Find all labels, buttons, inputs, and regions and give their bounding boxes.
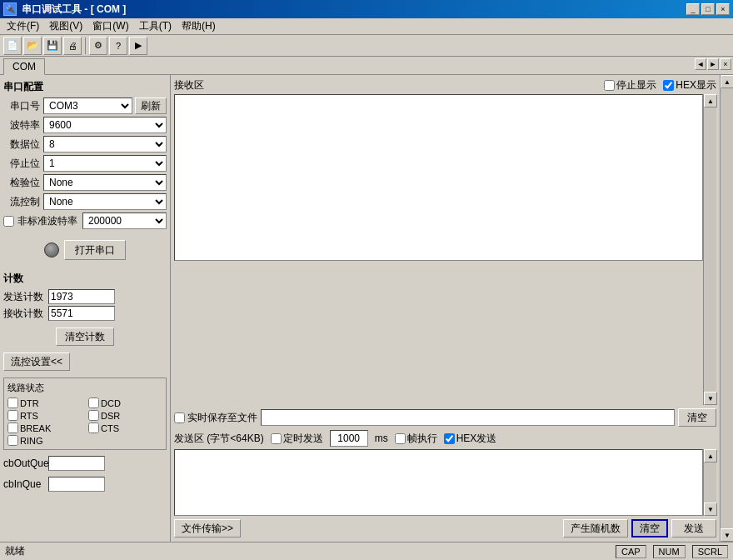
cbout-input[interactable] — [48, 456, 105, 471]
dtr-checkbox[interactable] — [7, 398, 18, 408]
rts-row: RTS — [7, 410, 82, 421]
toolbar: 📄 📂 💾 🖨 ⚙ ? ▶ — [0, 35, 733, 57]
minimize-button[interactable]: _ — [686, 3, 700, 15]
maximize-button[interactable]: □ — [701, 3, 715, 15]
recv-count-input[interactable] — [48, 306, 115, 321]
line-status-section: 线路状态 DTR DCD RTS DSR — [3, 378, 167, 450]
line-status-grid: DTR DCD RTS DSR BREAK — [7, 398, 162, 446]
parity-select[interactable]: None Even Odd — [43, 174, 167, 191]
count-section: 计数 发送计数 接收计数 清空计数 — [3, 272, 167, 346]
break-label: BREAK — [20, 423, 51, 433]
send-button[interactable]: 发送 — [671, 519, 716, 538]
cbin-row: cbInQue — [3, 477, 167, 492]
nonstandard-row: 非标准波特率 200000 — [3, 212, 167, 229]
toolbar-new-btn[interactable]: 📄 — [3, 37, 22, 55]
menu-item-help[interactable]: 帮助(H) — [177, 18, 221, 35]
cbin-input[interactable] — [48, 477, 105, 492]
timer-send-checkbox[interactable] — [271, 433, 282, 444]
frame-checkbox[interactable] — [395, 433, 406, 444]
main-scroll-down[interactable]: ▼ — [721, 528, 733, 542]
receive-scrollbar[interactable]: ▲ ▼ — [703, 94, 716, 405]
cts-checkbox[interactable] — [88, 422, 99, 433]
send-scroll-down[interactable]: ▼ — [704, 502, 717, 516]
random-button[interactable]: 产生随机数 — [563, 519, 628, 538]
receive-scroll-track[interactable] — [704, 108, 716, 392]
nonstandard-select[interactable]: 200000 — [82, 212, 167, 229]
file-save-checkbox[interactable] — [174, 412, 185, 423]
toolbar-open-btn[interactable]: 📂 — [23, 37, 42, 55]
refresh-button[interactable]: 刷新 — [135, 98, 167, 114]
toolbar-save-btn[interactable]: 💾 — [43, 37, 62, 55]
close-button[interactable]: × — [716, 3, 730, 15]
toolbar-config-btn[interactable]: ⚙ — [89, 37, 107, 55]
receive-scroll-up[interactable]: ▲ — [704, 94, 717, 108]
baud-label: 波特率 — [3, 118, 40, 132]
dcd-checkbox[interactable] — [88, 398, 99, 408]
toolbar-help-btn[interactable]: ? — [109, 37, 127, 55]
hex-send-label: HEX发送 — [456, 432, 497, 446]
window-title: 串口调试工具 - [ COM ] — [22, 2, 126, 17]
send-scroll-up[interactable]: ▲ — [704, 449, 717, 462]
hex-send-option[interactable]: HEX发送 — [444, 432, 497, 446]
rts-checkbox[interactable] — [7, 410, 18, 421]
baud-select[interactable]: 9600 115200 57600 — [43, 117, 167, 133]
menu-item-tools[interactable]: 工具(T) — [134, 18, 177, 35]
flow-settings-button[interactable]: 流控设置<< — [3, 352, 70, 371]
port-row: 串口号 COM3 COM1 COM2 刷新 — [3, 98, 167, 114]
stopbits-select[interactable]: 1 2 — [43, 155, 167, 172]
receive-header: 接收区 停止显示 HEX显示 — [174, 78, 716, 92]
main-scroll-up[interactable]: ▲ — [721, 75, 733, 88]
timer-value-input[interactable] — [330, 430, 368, 447]
file-save-option[interactable]: 实时保存至文件 — [174, 411, 257, 425]
frame-option[interactable]: 帧执行 — [395, 432, 437, 446]
stop-display-checkbox[interactable] — [604, 80, 615, 91]
menu-item-window[interactable]: 窗口(W) — [87, 18, 133, 35]
receive-scroll-down[interactable]: ▼ — [704, 392, 717, 405]
main-scroll-track[interactable] — [721, 88, 733, 528]
open-port-row: 打开串口 — [3, 240, 167, 260]
status-indicators: CAP NUM SCRL — [616, 545, 728, 558]
ring-checkbox[interactable] — [7, 435, 18, 446]
clear-send-button[interactable]: 清空 — [631, 519, 668, 538]
send-scroll-track[interactable] — [704, 462, 716, 502]
hex-send-checkbox[interactable] — [444, 433, 455, 444]
dsr-row: DSR — [88, 410, 162, 421]
toolbar-print-btn[interactable]: 🖨 — [63, 37, 82, 55]
tab-scroll-right[interactable]: ► — [707, 58, 719, 70]
send-count-input[interactable] — [48, 289, 115, 304]
send-body: ▲ ▼ — [174, 449, 716, 516]
flow-label: 流控制 — [3, 195, 40, 209]
send-textarea[interactable] — [174, 449, 703, 516]
main-scrollbar[interactable]: ▲ ▼ — [720, 75, 733, 542]
tab-close[interactable]: × — [720, 58, 731, 70]
port-select[interactable]: COM3 COM1 COM2 — [43, 98, 132, 114]
receive-textarea[interactable] — [174, 94, 703, 261]
clear-count-button[interactable]: 清空计数 — [56, 328, 114, 346]
hex-display-checkbox[interactable] — [663, 80, 674, 91]
file-save-label: 实时保存至文件 — [187, 411, 257, 425]
databits-select[interactable]: 8 7 — [43, 136, 167, 152]
send-scrollbar[interactable]: ▲ ▼ — [703, 449, 716, 516]
cbin-label: cbInQue — [3, 478, 48, 490]
tab-com[interactable]: COM — [3, 58, 45, 75]
nonstandard-checkbox[interactable] — [3, 216, 14, 227]
dsr-checkbox[interactable] — [88, 410, 99, 421]
file-transfer-button[interactable]: 文件传输>> — [174, 519, 241, 538]
file-save-input[interactable] — [261, 409, 675, 426]
timer-send-option[interactable]: 定时发送 — [271, 432, 323, 446]
menu-item-file[interactable]: 文件(F) — [2, 18, 44, 35]
tab-scroll-left[interactable]: ◄ — [695, 58, 706, 70]
open-port-button[interactable]: 打开串口 — [64, 240, 126, 260]
break-checkbox[interactable] — [7, 422, 18, 433]
scrl-indicator: SCRL — [692, 545, 728, 558]
receive-title: 接收区 — [174, 78, 204, 92]
flow-select[interactable]: None RTS/CTS — [43, 193, 167, 210]
toolbar-extra-btn[interactable]: ▶ — [129, 37, 147, 55]
menu-item-view[interactable]: 视图(V) — [44, 18, 87, 35]
frame-label: 帧执行 — [407, 432, 437, 446]
hex-display-option[interactable]: HEX显示 — [663, 78, 716, 92]
stop-display-option[interactable]: 停止显示 — [604, 78, 656, 92]
send-area: 发送区 (字节<64KB) 定时发送 ms 帧执行 HEX发送 — [174, 430, 716, 538]
clear-receive-button[interactable]: 清空 — [678, 408, 716, 427]
file-save-row: 实时保存至文件 清空 — [174, 408, 716, 427]
